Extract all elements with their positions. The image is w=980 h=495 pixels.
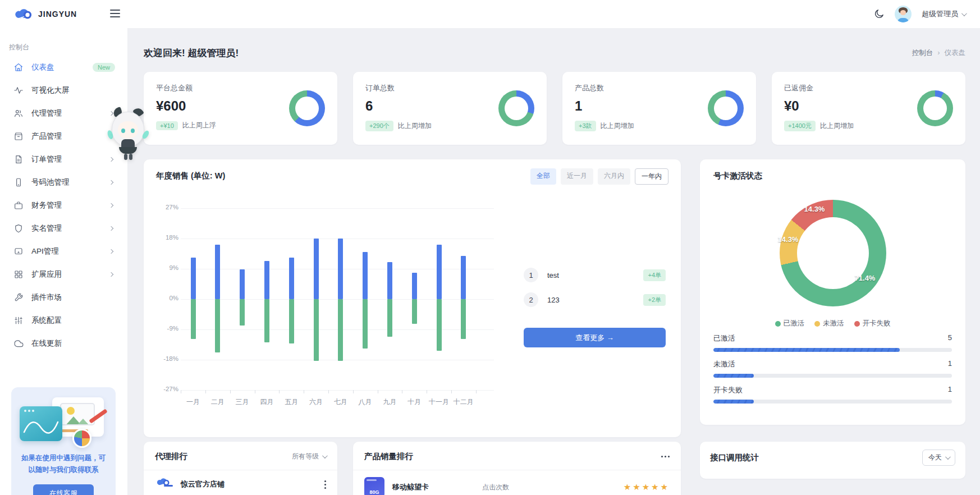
y-axis-tick: 0% [152,295,178,301]
slice-label-red: 14.3% [804,205,825,213]
activation-title: 号卡激活状态 [713,171,952,181]
agent-ranking-title: 代理排行 [155,451,187,462]
brand-name: JINGYUN [38,10,77,19]
sidebar-item-cloud[interactable]: 在线更新 [0,332,127,355]
sidebar-item-api[interactable]: API管理 [0,240,127,263]
stat-card-2: 产品总数1+3款比上周增加 [562,72,756,145]
api-icon [13,246,24,256]
bar-down [437,299,442,351]
agent-row-menu[interactable] [324,480,326,489]
x-axis-tick [304,390,304,393]
phone-icon [13,177,24,187]
x-axis-tick [205,390,206,393]
breadcrumb-dashboard[interactable]: 仪表盘 [945,48,966,58]
y-axis-tick: 9% [152,264,178,271]
gridline [181,208,494,209]
chevron-right-icon [109,272,113,276]
main-content: 欢迎回来! 超级管理员! 控制台 › 仪表盘 平台总金额¥600+¥10比上周上… [128,28,980,495]
sidebar-toggle-button[interactable] [110,10,120,19]
gridline [181,360,494,360]
legend-item[interactable]: 已激活 [775,319,805,328]
user-avatar[interactable] [895,6,912,22]
legend-item[interactable]: 未激活 [814,319,844,328]
sidebar-item-shield[interactable]: 实名管理 [0,217,127,240]
brand-logo[interactable]: JINGYUN [13,7,77,21]
help-text: 如果在使用中遇到问题，可以随时与我们取得联系 [11,452,116,476]
sidebar-item-sliders[interactable]: 系统配置 [0,309,127,332]
bar-down [240,299,245,326]
x-axis-tick [451,390,452,393]
chevron-down-icon [961,11,967,16]
page-title: 欢迎回来! 超级管理员! [144,47,239,59]
legend-label: 开卡失败 [863,319,891,328]
product-thumbnail: 80G [364,477,384,495]
bar-down [264,299,269,342]
bar-down [387,299,392,337]
chevron-down-icon [322,453,328,459]
y-axis-tick: 18% [152,234,178,241]
progress-fill [713,374,754,378]
api-range-select[interactable]: 今天 [922,450,955,466]
bar-up [412,273,417,299]
agent-row: 惊云官方店铺 [144,470,337,495]
mascot-character [107,108,149,161]
x-axis-tick [181,390,181,393]
sidebar-item-label: 财务管理 [31,200,62,210]
bar-down [289,299,294,343]
bar-up [387,262,392,299]
sidebar-item-phone[interactable]: 号码池管理 [0,171,127,194]
stat-delta-badge: +3款 [575,121,596,131]
online-support-button[interactable]: 在线客服 [33,484,94,495]
grid-icon [13,269,24,279]
annual-sales-panel: 年度销售 (单位: W) 全部近一月六月内一年内 27%18%9%0%-9%-1… [144,159,681,437]
x-axis-tick [328,390,329,393]
x-axis-tick [230,390,231,393]
progress-label: 未激活 [713,359,735,369]
stat-donut-chart [708,90,744,126]
x-axis-tick [402,390,402,393]
y-axis-tick: 27% [152,204,178,210]
chevron-right-icon [109,203,113,207]
user-menu[interactable]: 超级管理员 [922,9,965,19]
rank-delta-badge: +4单 [643,269,666,281]
help-illustration [20,397,107,447]
agent-level-filter[interactable]: 所有等级 [292,452,326,461]
bar-down [338,299,343,361]
slice-label-yellow: 14.3% [778,235,799,244]
topbar: JINGYUN 超级管理员 [0,0,980,28]
sidebar-item-briefcase[interactable]: 财务管理 [0,194,127,217]
breadcrumb-console[interactable]: 控制台 [912,48,933,58]
product-panel-menu[interactable] [661,456,670,457]
sidebar-item-pulse[interactable]: 可视化大屏 [0,79,127,102]
view-more-button[interactable]: 查看更多 → [524,328,666,347]
chevron-right-icon [109,180,113,184]
sidebar-menu: 仪表盘New可视化大屏代理管理产品管理订单管理号码池管理财务管理实名管理API管… [0,56,127,355]
dark-mode-toggle-icon[interactable] [873,8,885,20]
stat-cards-row: 平台总金额¥600+¥10比上周上浮订单总数6+290个比上周增加产品总数1+3… [144,72,965,145]
bar-down [314,299,319,361]
help-card: 如果在使用中遇到问题，可以随时与我们取得联系 在线客服 [11,387,116,495]
dashboard-page: JINGYUN 超级管理员 控制台 仪表盘New可视化大屏代理管理产品管理订单管… [0,0,980,495]
rank-number: 2 [524,292,538,307]
x-axis-tick [378,390,378,393]
chevron-right-icon [109,226,113,230]
agent-ranking-panel: 代理排行 所有等级 惊云官方店铺 [144,442,337,495]
legend-label: 未激活 [823,319,844,328]
bar-up [240,269,245,299]
gridline [181,329,494,330]
product-name: 移动鲸望卡 [392,482,482,492]
sidebar-item-home[interactable]: 仪表盘New [0,56,127,79]
sidebar-item-label: 在线更新 [31,338,62,349]
sidebar-item-grid[interactable]: 扩展应用 [0,263,127,286]
stat-card-3: 已返佣金¥0+1400元比上周增加 [772,72,965,145]
sidebar-item-label: 号码池管理 [31,177,70,187]
bar-down [215,299,220,352]
legend-item[interactable]: 开卡失败 [854,319,891,328]
rank-number: 1 [524,268,538,282]
pulse-icon [13,85,24,95]
cloud-icon [13,338,24,349]
users-icon [13,108,24,118]
gridline [181,269,494,269]
sidebar-item-wrench[interactable]: 插件市场 [0,286,127,309]
progress-track [713,400,952,404]
